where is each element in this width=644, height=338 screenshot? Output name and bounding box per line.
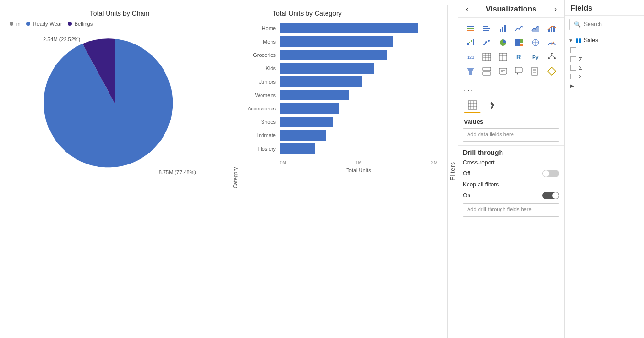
viz-icon-matrix[interactable] [495,50,511,64]
bar-row[interactable]: Intimate [244,130,437,141]
field-text-5 [579,82,580,89]
field-item-3[interactable]: Σ [565,64,644,72]
svg-rect-2 [467,30,474,31]
viz-format-values-btn[interactable] [464,98,481,113]
viz-icon-qa[interactable] [512,65,527,78]
viz-nav-left[interactable]: ‹ [464,5,470,13]
viz-icon-paginated[interactable] [528,65,543,78]
bar-track [280,50,437,60]
category-axis-label: Category [232,167,238,189]
legend-ready-wear: Ready Wear [26,21,62,27]
pie-container: 2.54M (22.52%) 8.75M (77.48%) [43,32,196,185]
field-item-1[interactable] [565,45,644,55]
bar-row[interactable]: Womens [244,90,437,100]
axis-line [280,158,437,158]
viz-icon-python[interactable]: Py [528,50,543,64]
viz-icon-combo[interactable] [544,22,559,35]
viz-icon-r[interactable]: R [512,50,527,64]
bar-row[interactable]: Shoes [244,117,437,127]
cross-report-toggle[interactable] [542,170,559,177]
bar-row[interactable]: Mens [244,36,437,47]
add-data-fields-box[interactable]: Add data fields here [463,128,559,142]
bar-fill [280,36,393,47]
field-item-2[interactable]: Σ [565,55,644,64]
svg-rect-14 [471,40,472,42]
viz-icon-waterfall[interactable] [463,36,478,49]
field-checkbox-3[interactable] [570,65,576,71]
filters-tab[interactable]: Filters [447,5,458,338]
add-data-fields-container[interactable]: Add data fields here [458,128,564,145]
bar-fill [280,76,362,87]
drill-section: Drill through Cross-report Off Keep all … [458,145,564,219]
svg-rect-8 [504,25,506,32]
add-drill-fields-box[interactable]: Add drill-through fields here [463,203,559,217]
bar-row[interactable]: Juniors [244,76,437,87]
bar-track [280,143,437,154]
viz-format-paint-btn[interactable] [485,98,502,113]
viz-icon-bar[interactable] [479,22,494,35]
cross-report-toggle-row: Off [463,170,559,177]
bar-label: Home [244,25,280,31]
chart-area: Total Units by Chain in Ready Wear Belli… [0,0,458,338]
viz-icon-area[interactable] [528,22,543,35]
search-input[interactable] [584,21,644,28]
sigma-1: Σ [579,56,582,62]
keep-filters-row: Keep all filters [463,181,559,188]
viz-icon-column[interactable] [495,22,511,35]
bar-track [280,103,437,114]
field-item-5[interactable]: ▶ [565,81,644,90]
sigma-3: Σ [579,74,582,79]
cross-report-row: Cross-report [463,159,559,166]
search-box[interactable]: 🔍 [569,19,644,30]
viz-format-row [458,95,564,116]
viz-header: ‹ Visualizations › [458,0,564,18]
bar-section: Total Units by Category Category HomeMen… [239,5,447,338]
svg-rect-0 [467,26,474,27]
viz-icon-treemap[interactable] [512,36,527,49]
bar-fill [280,130,326,141]
bar-axis: 0M 1M 2M [244,160,437,165]
bar-row[interactable]: Kids [244,63,437,74]
svg-rect-52 [532,67,537,75]
svg-rect-10 [551,27,552,32]
viz-icon-kpi[interactable]: 123 [463,50,478,64]
viz-icon-smart-narrative[interactable] [495,65,511,78]
svg-point-42 [548,57,550,59]
viz-icon-table[interactable] [479,50,494,64]
off-label: Off [463,170,470,177]
cross-report-label: Cross-report [463,159,495,166]
svg-rect-1 [467,28,474,29]
viz-icon-decomp[interactable] [544,50,559,64]
keep-filters-toggle[interactable] [542,192,559,199]
sales-section-header[interactable]: ▼ ▮▮ Sales [565,35,644,45]
viz-icon-multirow-card[interactable] [479,65,494,78]
viz-icon-line[interactable] [512,22,527,35]
legend-bellings: Bellings [68,21,93,27]
axis-tick-2: 2M [431,160,437,165]
svg-point-17 [485,41,487,43]
viz-nav-right[interactable]: › [552,5,558,13]
bar-row[interactable]: Accessories [244,103,437,114]
pie-chart-title: Total Units by Chain [10,10,229,17]
svg-point-39 [551,53,553,54]
viz-icon-custom[interactable] [544,65,559,78]
svg-text:Py: Py [532,55,539,60]
viz-icon-funnel[interactable] [463,65,478,78]
bar-label: Intimate [244,132,280,138]
bar-row[interactable]: Home [244,23,437,33]
viz-icon-stacked-bar[interactable] [463,22,478,35]
bar-fill [280,23,418,33]
viz-icon-gauge[interactable] [544,36,559,49]
bar-row[interactable]: Hosiery [244,143,437,154]
bar-row[interactable]: Groceries [244,50,437,60]
field-checkbox-2[interactable] [570,56,576,62]
viz-icon-scatter[interactable] [479,36,494,49]
paint-brush-icon [489,100,498,110]
viz-title: Visualizations [486,5,536,13]
field-checkbox-4[interactable] [570,74,576,79]
bar-fill [280,63,374,74]
viz-icon-map[interactable] [528,36,543,49]
field-checkbox-1[interactable] [570,47,576,53]
field-item-4[interactable]: Σ [565,72,644,81]
viz-icon-pie[interactable] [495,36,511,49]
